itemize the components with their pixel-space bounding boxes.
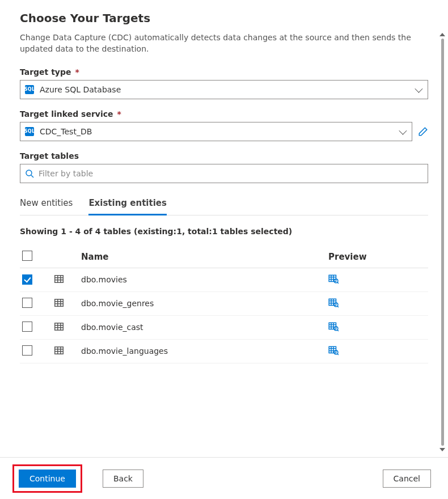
entity-tabs: New entities Existing entities: [20, 193, 428, 215]
preview-icon[interactable]: [328, 301, 339, 310]
tables-summary: Showing 1 - 4 of 4 tables (existing:1, t…: [20, 227, 428, 236]
table-row: dbo.movie_genres: [20, 291, 428, 315]
table-name: dbo.movie_genres: [79, 291, 326, 315]
filter-by-table-input[interactable]: [39, 169, 423, 178]
row-checkbox[interactable]: [22, 274, 32, 285]
sql-database-icon: SQL: [25, 85, 34, 94]
svg-line-37: [337, 329, 339, 331]
column-header-preview: Preview: [326, 246, 428, 268]
scroll-thumb[interactable]: [441, 39, 444, 446]
scroll-up-icon[interactable]: [439, 33, 445, 36]
table-name: dbo.movies: [79, 268, 326, 291]
table-row: dbo.movie_cast: [20, 315, 428, 339]
target-type-select[interactable]: SQL Azure SQL Database: [20, 80, 428, 99]
target-tables-label: Target tables: [20, 151, 428, 160]
search-icon: [25, 169, 34, 178]
svg-rect-7: [329, 275, 336, 281]
svg-line-1: [31, 175, 33, 177]
table-name: dbo.movie_cast: [79, 315, 326, 339]
continue-button[interactable]: Continue: [19, 470, 76, 488]
column-header-name: Name: [79, 246, 326, 268]
continue-highlight: Continue: [12, 464, 82, 493]
chevron-down-icon: [415, 84, 422, 92]
svg-rect-2: [55, 275, 64, 282]
svg-line-25: [337, 306, 339, 307]
cancel-button[interactable]: Cancel: [383, 470, 431, 488]
table-row: dbo.movie_languages: [20, 339, 428, 363]
linked-service-label: Target linked service *: [20, 109, 428, 119]
svg-line-49: [337, 353, 339, 354]
svg-rect-43: [329, 346, 336, 353]
tab-new-entities[interactable]: New entities: [20, 193, 73, 215]
required-asterisk: *: [117, 109, 121, 119]
scroll-down-icon[interactable]: [439, 448, 445, 451]
linked-service-value: CDC_Test_DB: [40, 127, 399, 136]
table-icon: [54, 348, 64, 357]
svg-point-0: [26, 170, 32, 176]
back-button[interactable]: Back: [103, 470, 143, 488]
footer-bar: Continue Back Cancel: [0, 457, 448, 499]
svg-rect-19: [329, 299, 336, 305]
scrollbar[interactable]: [440, 33, 445, 451]
table-icon: [54, 324, 64, 333]
row-checkbox[interactable]: [22, 322, 32, 332]
preview-icon[interactable]: [328, 348, 339, 357]
table-icon: [54, 277, 64, 286]
svg-rect-14: [55, 299, 64, 306]
linked-service-select[interactable]: SQL CDC_Test_DB: [20, 122, 412, 141]
target-type-label: Target type *: [20, 67, 428, 77]
table-icon: [54, 301, 64, 310]
row-checkbox[interactable]: [22, 345, 32, 356]
preview-icon[interactable]: [328, 277, 339, 286]
edit-icon[interactable]: [418, 126, 428, 137]
row-checkbox[interactable]: [22, 298, 32, 308]
required-asterisk: *: [75, 67, 79, 77]
table-row: dbo.movies: [20, 268, 428, 291]
table-name: dbo.movie_languages: [79, 339, 326, 363]
svg-rect-38: [55, 346, 64, 353]
tab-existing-entities[interactable]: Existing entities: [88, 193, 167, 215]
chevron-down-icon: [399, 126, 407, 134]
svg-line-13: [337, 282, 339, 283]
page-title: Choose Your Targets: [20, 11, 428, 25]
svg-rect-26: [55, 323, 64, 329]
svg-rect-31: [329, 323, 336, 329]
filter-input-wrap[interactable]: [20, 164, 428, 183]
target-type-value: Azure SQL Database: [40, 85, 415, 94]
page-description: Change Data Capture (CDC) automatically …: [20, 32, 417, 55]
select-all-checkbox[interactable]: [22, 251, 32, 261]
preview-icon[interactable]: [328, 324, 339, 333]
sql-database-icon: SQL: [25, 127, 34, 136]
